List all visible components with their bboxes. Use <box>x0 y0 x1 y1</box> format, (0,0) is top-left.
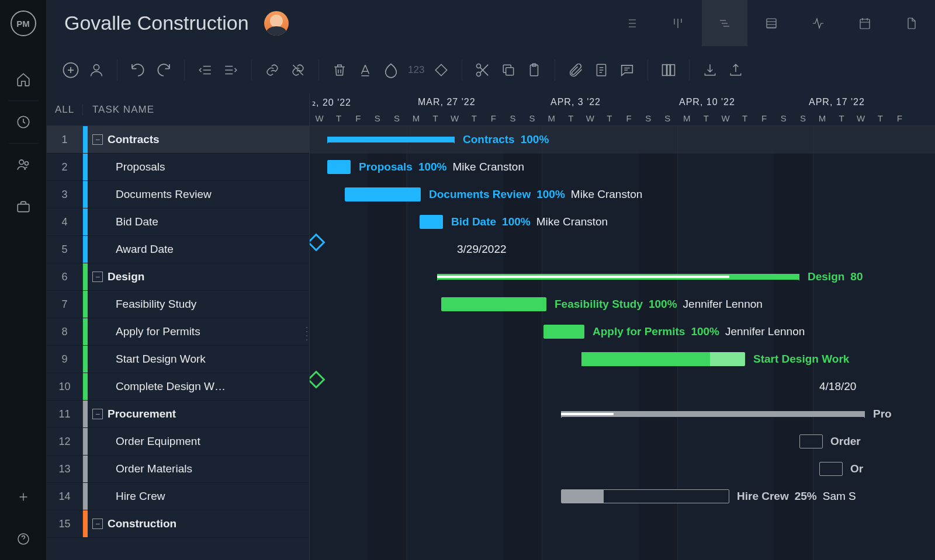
tool-number-format[interactable]: 123 <box>406 64 427 76</box>
export-icon <box>728 62 743 78</box>
nav-recent[interactable] <box>0 101 47 143</box>
timeline-day-label: S <box>658 113 677 123</box>
task-row[interactable]: 4 Bid Date <box>47 208 309 236</box>
tool-color[interactable] <box>380 59 402 81</box>
import-icon <box>702 62 718 78</box>
gantt-row: Feasibility Study100%Jennifer Lennon <box>310 291 935 318</box>
task-number: 9 <box>47 346 83 373</box>
collapse-icon[interactable]: − <box>92 519 103 529</box>
tool-paste[interactable] <box>523 59 545 81</box>
view-list[interactable] <box>608 0 654 46</box>
tool-columns[interactable] <box>657 59 680 81</box>
tool-link[interactable] <box>261 59 283 81</box>
tool-copy[interactable] <box>497 59 520 81</box>
gantt-task-bar[interactable]: Documents Review100%Mike Cranston <box>345 187 421 201</box>
nav-add[interactable] <box>0 476 47 518</box>
tool-text[interactable] <box>354 59 376 81</box>
gantt-summary-bar[interactable]: Pro <box>561 411 865 417</box>
redo-icon <box>155 61 172 79</box>
timeline-day-label: W <box>851 113 871 123</box>
tool-assign[interactable] <box>85 59 108 81</box>
view-calendar[interactable] <box>842 0 888 46</box>
svg-point-9 <box>477 64 481 68</box>
tool-add-task[interactable] <box>60 59 82 81</box>
gantt-task-bar[interactable]: Apply for Permits100%Jennifer Lennon <box>543 325 584 339</box>
collapse-icon[interactable]: − <box>92 134 103 145</box>
gantt-row <box>310 510 935 538</box>
collapse-icon[interactable]: − <box>92 272 103 282</box>
user-avatar[interactable] <box>264 11 289 36</box>
tool-attach[interactable] <box>565 59 587 81</box>
gantt-task-bar[interactable]: Order <box>799 434 823 448</box>
clipboard-icon <box>527 62 542 78</box>
gantt-task-bar[interactable]: Bid Date100%Mike Cranston <box>420 215 443 229</box>
view-files[interactable] <box>888 0 935 46</box>
task-name-label: Bid Date <box>116 215 158 228</box>
svg-point-8 <box>94 64 99 69</box>
tool-redo[interactable] <box>153 59 175 81</box>
link-icon <box>264 62 281 78</box>
task-row[interactable]: 10 Complete Design W… <box>47 373 309 401</box>
gantt-task-bar[interactable]: Or <box>819 462 843 476</box>
gantt-row: Hire Crew25%Sam S <box>310 483 935 510</box>
tool-unlink[interactable] <box>287 59 309 81</box>
gantt-milestone[interactable] <box>310 370 325 388</box>
task-color-swatch <box>83 401 88 427</box>
timeline-header[interactable]: ₂, 20 '22MAR, 27 '22APR, 3 '22APR, 10 '2… <box>310 93 935 126</box>
nav-portfolio[interactable] <box>0 186 47 228</box>
gantt-summary-bar[interactable]: Contracts100% <box>327 137 455 142</box>
task-row[interactable]: 15 − Construction <box>47 510 309 538</box>
view-board[interactable] <box>654 0 701 46</box>
project-title: Govalle Construction <box>64 12 249 34</box>
timeline-day-label: T <box>426 113 445 123</box>
tool-milestone[interactable] <box>430 59 452 81</box>
scissors-icon <box>475 62 491 78</box>
tool-notes[interactable] <box>590 59 612 81</box>
task-number: 1 <box>47 126 83 153</box>
view-sheet[interactable] <box>748 0 795 46</box>
task-row[interactable]: 3 Documents Review <box>47 181 309 208</box>
column-header-all[interactable]: ALL <box>47 104 83 116</box>
tool-comment[interactable] <box>616 59 638 81</box>
app-logo[interactable]: PM <box>11 11 36 36</box>
timeline-month-label: APR, 10 '22 <box>679 97 735 107</box>
task-row[interactable]: 9 Start Design Work <box>47 346 309 373</box>
task-row[interactable]: 12 Order Equipment <box>47 428 309 455</box>
tool-indent[interactable] <box>220 59 242 81</box>
view-gantt[interactable] <box>701 0 748 46</box>
gantt-task-bar[interactable]: Proposals100%Mike Cranston <box>327 160 351 174</box>
gantt-task-bar[interactable]: Hire Crew25%Sam S <box>561 489 729 503</box>
nav-help[interactable] <box>0 518 47 560</box>
timeline-day-label: T <box>697 113 716 123</box>
task-row[interactable]: 14 Hire Crew <box>47 483 309 510</box>
tool-undo[interactable] <box>127 59 149 81</box>
tool-delete[interactable] <box>328 59 351 81</box>
task-row[interactable]: 1 − Contracts <box>47 126 309 154</box>
nav-home[interactable] <box>0 58 47 100</box>
task-row[interactable]: 11 − Procurement <box>47 401 309 428</box>
gantt-panel[interactable]: ₂, 20 '22MAR, 27 '22APR, 3 '22APR, 10 '2… <box>310 93 935 560</box>
task-name-label: Start Design Work <box>116 353 206 366</box>
task-row[interactable]: 5 Award Date <box>47 236 309 263</box>
collapse-icon[interactable]: − <box>92 409 103 419</box>
task-row[interactable]: 2 Proposals <box>47 154 309 181</box>
gantt-task-bar[interactable]: Feasibility Study100%Jennifer Lennon <box>441 297 546 311</box>
tool-export[interactable] <box>725 59 747 81</box>
task-row[interactable]: 7 Feasibility Study <box>47 291 309 318</box>
nav-team[interactable] <box>0 144 47 186</box>
gantt-row: 3/29/2022 <box>310 236 935 263</box>
task-number: 6 <box>47 263 83 290</box>
task-row[interactable]: 6 − Design <box>47 263 309 291</box>
column-header-name[interactable]: TASK NAME <box>83 104 154 116</box>
task-row[interactable]: 13 Order Materials <box>47 455 309 483</box>
tool-outdent[interactable] <box>194 59 216 81</box>
tool-import[interactable] <box>699 59 721 81</box>
gantt-task-bar[interactable]: Start Design Work <box>581 352 745 366</box>
view-activity[interactable] <box>795 0 842 46</box>
gantt-milestone[interactable] <box>310 233 325 251</box>
task-row[interactable]: 8 Apply for Permits <box>47 318 309 346</box>
tool-cut[interactable] <box>472 59 494 81</box>
timeline-month-label: MAR, 27 '22 <box>418 97 476 107</box>
milestone-date: 3/29/2022 <box>457 243 507 256</box>
gantt-summary-bar[interactable]: Design80 <box>437 274 799 280</box>
